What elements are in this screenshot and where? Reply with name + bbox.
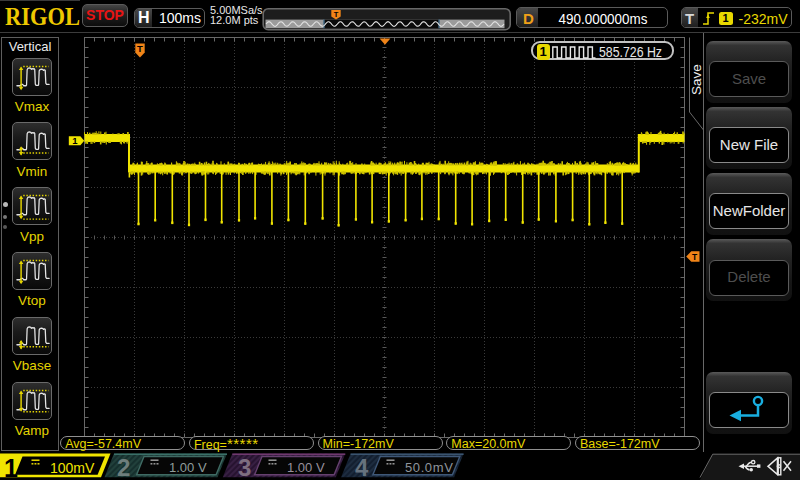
svg-text:1: 1 [72,135,78,146]
svg-text:T: T [137,43,143,54]
svg-text:T: T [334,10,339,19]
